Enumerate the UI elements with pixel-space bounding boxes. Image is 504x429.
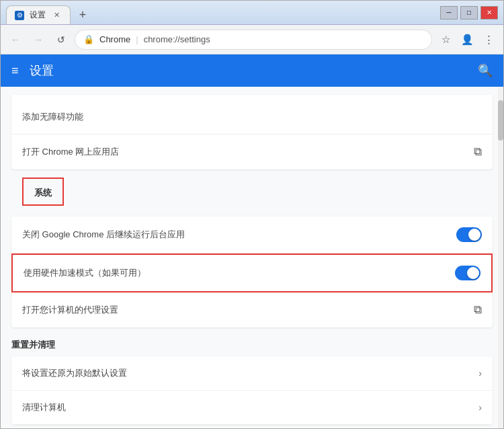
new-tab-button[interactable]: + [73, 5, 92, 24]
tab-area: 设置 ✕ + [6, 1, 437, 24]
chevron-right-icon-2: › [478, 402, 482, 413]
accessibility-section-card: 添加无障碍功能 打开 Chrome 网上应用店 ⧉ [11, 95, 493, 169]
system-heading: 系统 [22, 178, 64, 206]
reset-heading-container: 重置并清理 [11, 338, 493, 351]
scrollbar-track[interactable] [498, 87, 503, 428]
external-link-icon: ⧉ [474, 145, 482, 159]
system-heading-container: 系统 [11, 178, 493, 211]
back-button[interactable]: ← [6, 30, 25, 49]
background-apps-row[interactable]: 关闭 Google Chrome 后继续运行后台应用 [11, 217, 493, 254]
close-button[interactable]: ✕ [480, 6, 498, 20]
minimize-button[interactable]: ─ [440, 6, 458, 20]
system-section-card: 关闭 Google Chrome 后继续运行后台应用 使用硬件加速模式（如果可用… [11, 217, 493, 327]
chrome-webstore-row[interactable]: 打开 Chrome 网上应用店 ⧉ [11, 134, 493, 169]
chevron-right-icon: › [478, 368, 482, 379]
active-tab[interactable]: 设置 ✕ [6, 5, 71, 24]
toolbar-icons: ☆ 👤 ⋮ [436, 30, 498, 49]
toggle-thumb-2 [467, 267, 479, 279]
settings-main[interactable]: 添加无障碍功能 打开 Chrome 网上应用店 ⧉ 系统 关闭 Google C… [1, 87, 503, 428]
tab-close-button[interactable]: ✕ [51, 10, 62, 21]
settings-header: ≡ 设置 🔍 [1, 54, 503, 87]
menu-button[interactable]: ⋮ [479, 30, 498, 49]
proxy-settings-label: 打开您计算机的代理设置 [22, 304, 118, 316]
background-apps-toggle[interactable] [456, 227, 482, 242]
url-bar[interactable]: 🔒 Chrome | chrome://settings [75, 30, 432, 50]
hardware-acceleration-label: 使用硬件加速模式（如果可用） [24, 267, 146, 279]
secure-icon: 🔒 [83, 34, 94, 44]
maximize-button[interactable]: □ [460, 6, 478, 20]
toggle-track [456, 227, 482, 242]
hardware-acceleration-row[interactable]: 使用硬件加速模式（如果可用） [11, 254, 493, 292]
chrome-webstore-label: 打开 Chrome 网上应用店 [22, 146, 119, 158]
reload-button[interactable]: ↺ [52, 30, 71, 49]
scrollbar-thumb[interactable] [498, 100, 503, 141]
search-icon[interactable]: 🔍 [478, 63, 493, 78]
profile-button[interactable]: 👤 [458, 30, 476, 49]
tab-favicon [15, 11, 24, 20]
background-apps-label: 关闭 Google Chrome 后继续运行后台应用 [22, 229, 185, 241]
cleanup-computer-label: 清理计算机 [22, 401, 66, 414]
reset-section-card: 将设置还原为原始默认设置 › 清理计算机 › [11, 356, 493, 424]
cleanup-computer-row[interactable]: 清理计算机 › [11, 391, 493, 424]
settings-content: 添加无障碍功能 打开 Chrome 网上应用店 ⧉ 系统 关闭 Google C… [1, 87, 503, 428]
toggle-track-2 [455, 266, 480, 280]
forward-button[interactable]: → [29, 30, 48, 49]
url-separator: | [136, 34, 138, 44]
bookmark-button[interactable]: ☆ [436, 30, 455, 49]
addressbar: ← → ↺ 🔒 Chrome | chrome://settings ☆ 👤 ⋮ [1, 25, 503, 54]
proxy-external-link-icon: ⧉ [474, 303, 482, 317]
hardware-acceleration-toggle[interactable] [455, 266, 480, 280]
url-brand: Chrome [99, 34, 130, 44]
toggle-thumb [468, 229, 480, 241]
window-controls: ─ □ ✕ [440, 6, 498, 20]
accessibility-label: 添加无障碍功能 [22, 111, 83, 123]
restore-defaults-label: 将设置还原为原始默认设置 [22, 367, 127, 379]
titlebar: 设置 ✕ + ─ □ ✕ [1, 1, 503, 25]
hamburger-icon[interactable]: ≡ [11, 64, 19, 78]
proxy-settings-row[interactable]: 打开您计算机的代理设置 ⧉ [11, 292, 493, 327]
browser-window: 设置 ✕ + ─ □ ✕ ← → ↺ 🔒 Chrome | chrome://s… [0, 0, 504, 429]
tab-title: 设置 [30, 9, 46, 21]
reset-heading: 重置并清理 [11, 340, 55, 350]
accessibility-row: 添加无障碍功能 [11, 100, 493, 134]
settings-title: 设置 [30, 63, 467, 79]
restore-defaults-row[interactable]: 将设置还原为原始默认设置 › [11, 356, 493, 391]
url-path: chrome://settings [144, 34, 210, 44]
